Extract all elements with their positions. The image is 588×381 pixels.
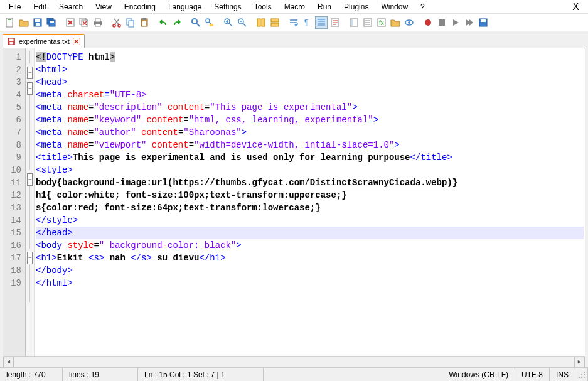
indent-guide-icon[interactable] bbox=[315, 16, 328, 29]
file-modified-icon bbox=[7, 37, 16, 46]
svg-point-39 bbox=[408, 21, 410, 24]
line-number-gutter: 12345678910111213141516171819 bbox=[3, 48, 26, 356]
zoom-out-icon[interactable] bbox=[236, 16, 249, 29]
svg-rect-41 bbox=[439, 19, 445, 26]
tab-filename: experimentas.txt bbox=[19, 38, 70, 45]
record-macro-icon[interactable] bbox=[422, 16, 434, 29]
menu-tools[interactable]: Tools bbox=[248, 1, 278, 13]
play-macro-icon[interactable] bbox=[449, 16, 462, 29]
svg-point-40 bbox=[425, 19, 431, 26]
undo-icon[interactable] bbox=[157, 16, 169, 29]
svg-rect-30 bbox=[271, 23, 279, 26]
svg-rect-20 bbox=[142, 18, 146, 20]
func-list-icon[interactable]: fx bbox=[375, 16, 388, 29]
code-area[interactable]: <!DOCTYPE html><html><head><meta charset… bbox=[35, 48, 585, 356]
svg-rect-46 bbox=[9, 42, 13, 45]
paste-icon[interactable] bbox=[138, 16, 151, 29]
svg-point-16 bbox=[118, 24, 120, 27]
scroll-left-icon[interactable]: ◄ bbox=[3, 357, 14, 367]
window-close-button[interactable]: X bbox=[566, 1, 585, 13]
menu-file[interactable]: File bbox=[3, 1, 27, 13]
status-encoding[interactable]: UTF-8 bbox=[515, 368, 550, 381]
svg-point-49 bbox=[584, 374, 585, 375]
menu-run[interactable]: Run bbox=[311, 1, 338, 13]
redo-icon[interactable] bbox=[171, 16, 183, 29]
menu-view[interactable]: View bbox=[89, 1, 118, 13]
svg-rect-27 bbox=[257, 19, 260, 26]
fold-column[interactable]: −−−− bbox=[26, 48, 35, 356]
menu-help[interactable]: ? bbox=[414, 1, 431, 13]
svg-text:fx: fx bbox=[379, 19, 384, 26]
wordwrap-icon[interactable] bbox=[287, 16, 300, 29]
sync-h-icon[interactable] bbox=[269, 16, 281, 29]
menu-edit[interactable]: Edit bbox=[27, 1, 53, 13]
stop-macro-icon[interactable] bbox=[436, 16, 448, 29]
svg-rect-14 bbox=[95, 24, 100, 26]
svg-rect-2 bbox=[8, 21, 11, 21]
file-tab[interactable]: experimentas.txt ✕ bbox=[3, 34, 85, 48]
udl-icon[interactable] bbox=[329, 16, 341, 29]
tab-close-icon[interactable]: ✕ bbox=[73, 38, 80, 45]
editor-pane: 12345678910111213141516171819 −−−− <!DOC… bbox=[3, 48, 585, 367]
open-file-icon[interactable] bbox=[18, 16, 30, 29]
close-all-icon[interactable] bbox=[78, 16, 90, 29]
status-eol[interactable]: Windows (CR LF) bbox=[442, 368, 515, 381]
svg-text:¶: ¶ bbox=[304, 18, 308, 27]
svg-rect-28 bbox=[262, 19, 265, 26]
svg-point-48 bbox=[581, 374, 582, 375]
status-lines: lines : 19 bbox=[63, 368, 138, 381]
save-all-icon[interactable] bbox=[45, 16, 58, 29]
sync-v-icon[interactable] bbox=[255, 16, 267, 29]
svg-rect-18 bbox=[129, 21, 134, 27]
show-all-chars-icon[interactable]: ¶ bbox=[301, 16, 314, 29]
menu-macro[interactable]: Macro bbox=[278, 1, 311, 13]
close-file-icon[interactable] bbox=[64, 16, 77, 29]
svg-rect-45 bbox=[9, 39, 14, 41]
save-macro-icon[interactable] bbox=[477, 16, 489, 29]
svg-rect-29 bbox=[271, 19, 279, 22]
find-icon[interactable] bbox=[190, 16, 202, 29]
status-position: Ln : 15 Col : 1 Sel : 7 | 1 bbox=[138, 368, 264, 381]
menu-encoding[interactable]: Encoding bbox=[118, 1, 162, 13]
menu-plugins[interactable]: Plugins bbox=[338, 1, 375, 13]
replace-icon[interactable] bbox=[203, 16, 216, 29]
doc-list-icon[interactable] bbox=[361, 16, 374, 29]
menu-bar: File Edit Search View Encoding Language … bbox=[0, 0, 588, 14]
menu-search[interactable]: Search bbox=[53, 1, 89, 13]
tab-bar: experimentas.txt ✕ bbox=[0, 31, 588, 48]
svg-rect-24 bbox=[210, 24, 213, 26]
cut-icon[interactable] bbox=[110, 16, 123, 29]
play-multi-icon[interactable] bbox=[463, 16, 476, 29]
copy-icon[interactable] bbox=[124, 16, 137, 29]
svg-rect-4 bbox=[35, 19, 40, 22]
menu-settings[interactable]: Settings bbox=[208, 1, 247, 13]
svg-point-51 bbox=[581, 377, 582, 378]
svg-rect-43 bbox=[481, 19, 486, 22]
scroll-track[interactable] bbox=[14, 357, 574, 367]
horizontal-scrollbar[interactable]: ◄ ► bbox=[3, 356, 585, 367]
svg-point-15 bbox=[113, 24, 115, 27]
scroll-right-icon[interactable]: ► bbox=[574, 357, 585, 367]
save-icon[interactable] bbox=[31, 16, 44, 29]
menu-window[interactable]: Window bbox=[375, 1, 414, 13]
menu-language[interactable]: Language bbox=[162, 1, 208, 13]
svg-rect-34 bbox=[351, 19, 353, 26]
zoom-in-icon[interactable] bbox=[222, 16, 235, 29]
status-bar: length : 770 lines : 19 Ln : 15 Col : 1 … bbox=[0, 367, 588, 381]
monitor-icon[interactable] bbox=[403, 16, 415, 29]
svg-rect-13 bbox=[95, 19, 100, 22]
folder-icon[interactable] bbox=[389, 16, 402, 29]
svg-rect-1 bbox=[8, 19, 11, 20]
status-ins[interactable]: INS bbox=[550, 368, 575, 381]
svg-rect-5 bbox=[36, 23, 40, 26]
print-icon[interactable] bbox=[92, 16, 104, 29]
svg-rect-8 bbox=[50, 21, 54, 23]
svg-point-47 bbox=[584, 372, 585, 373]
status-grip-icon bbox=[575, 368, 588, 381]
svg-point-22 bbox=[192, 19, 197, 24]
svg-rect-21 bbox=[142, 21, 146, 26]
toolbar: ¶ fx bbox=[0, 14, 588, 31]
doc-map-icon[interactable] bbox=[348, 16, 360, 29]
status-length: length : 770 bbox=[0, 368, 63, 381]
new-file-icon[interactable] bbox=[4, 16, 16, 29]
